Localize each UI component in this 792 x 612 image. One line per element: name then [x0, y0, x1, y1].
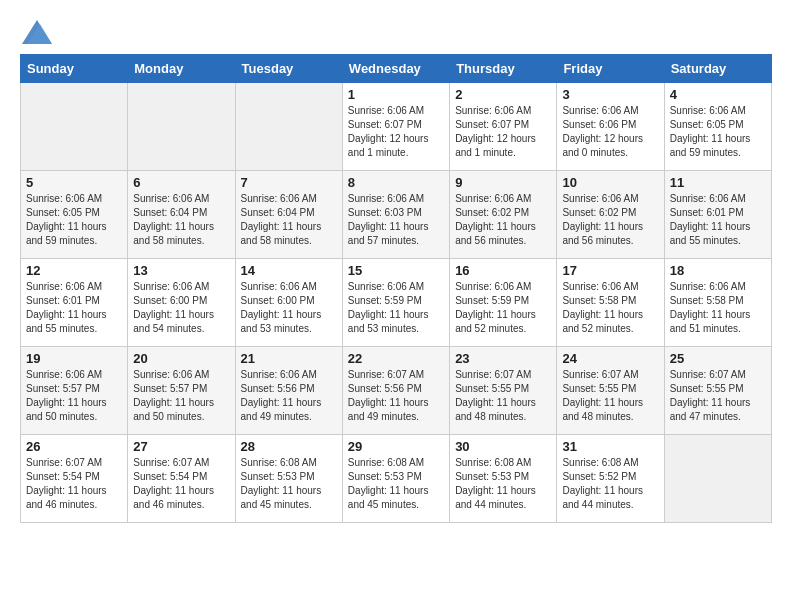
calendar-cell: [21, 83, 128, 171]
day-number: 12: [26, 263, 122, 278]
day-detail: Sunrise: 6:06 AM Sunset: 5:57 PM Dayligh…: [133, 368, 229, 424]
day-header-friday: Friday: [557, 55, 664, 83]
calendar-cell: 16Sunrise: 6:06 AM Sunset: 5:59 PM Dayli…: [450, 259, 557, 347]
day-detail: Sunrise: 6:06 AM Sunset: 5:59 PM Dayligh…: [455, 280, 551, 336]
day-number: 18: [670, 263, 766, 278]
calendar-cell: 17Sunrise: 6:06 AM Sunset: 5:58 PM Dayli…: [557, 259, 664, 347]
day-number: 26: [26, 439, 122, 454]
calendar-cell: 30Sunrise: 6:08 AM Sunset: 5:53 PM Dayli…: [450, 435, 557, 523]
day-header-wednesday: Wednesday: [342, 55, 449, 83]
calendar-cell: 6Sunrise: 6:06 AM Sunset: 6:04 PM Daylig…: [128, 171, 235, 259]
day-detail: Sunrise: 6:08 AM Sunset: 5:52 PM Dayligh…: [562, 456, 658, 512]
day-detail: Sunrise: 6:06 AM Sunset: 6:02 PM Dayligh…: [562, 192, 658, 248]
day-number: 7: [241, 175, 337, 190]
calendar-cell: [235, 83, 342, 171]
day-number: 25: [670, 351, 766, 366]
day-detail: Sunrise: 6:06 AM Sunset: 6:04 PM Dayligh…: [133, 192, 229, 248]
day-number: 28: [241, 439, 337, 454]
day-number: 19: [26, 351, 122, 366]
calendar-cell: 24Sunrise: 6:07 AM Sunset: 5:55 PM Dayli…: [557, 347, 664, 435]
day-header-sunday: Sunday: [21, 55, 128, 83]
calendar-cell: 3Sunrise: 6:06 AM Sunset: 6:06 PM Daylig…: [557, 83, 664, 171]
day-detail: Sunrise: 6:06 AM Sunset: 6:05 PM Dayligh…: [26, 192, 122, 248]
calendar-cell: 26Sunrise: 6:07 AM Sunset: 5:54 PM Dayli…: [21, 435, 128, 523]
day-detail: Sunrise: 6:06 AM Sunset: 5:59 PM Dayligh…: [348, 280, 444, 336]
calendar-cell: 7Sunrise: 6:06 AM Sunset: 6:04 PM Daylig…: [235, 171, 342, 259]
day-detail: Sunrise: 6:06 AM Sunset: 6:00 PM Dayligh…: [241, 280, 337, 336]
day-detail: Sunrise: 6:07 AM Sunset: 5:54 PM Dayligh…: [26, 456, 122, 512]
day-number: 8: [348, 175, 444, 190]
day-detail: Sunrise: 6:06 AM Sunset: 6:06 PM Dayligh…: [562, 104, 658, 160]
day-detail: Sunrise: 6:06 AM Sunset: 5:58 PM Dayligh…: [670, 280, 766, 336]
logo-icon: [22, 20, 52, 44]
calendar-cell: 18Sunrise: 6:06 AM Sunset: 5:58 PM Dayli…: [664, 259, 771, 347]
calendar-cell: 27Sunrise: 6:07 AM Sunset: 5:54 PM Dayli…: [128, 435, 235, 523]
calendar-cell: 14Sunrise: 6:06 AM Sunset: 6:00 PM Dayli…: [235, 259, 342, 347]
day-number: 14: [241, 263, 337, 278]
calendar-cell: 21Sunrise: 6:06 AM Sunset: 5:56 PM Dayli…: [235, 347, 342, 435]
calendar-cell: 23Sunrise: 6:07 AM Sunset: 5:55 PM Dayli…: [450, 347, 557, 435]
day-detail: Sunrise: 6:07 AM Sunset: 5:55 PM Dayligh…: [562, 368, 658, 424]
day-detail: Sunrise: 6:07 AM Sunset: 5:54 PM Dayligh…: [133, 456, 229, 512]
day-detail: Sunrise: 6:07 AM Sunset: 5:55 PM Dayligh…: [455, 368, 551, 424]
day-detail: Sunrise: 6:06 AM Sunset: 6:07 PM Dayligh…: [348, 104, 444, 160]
day-number: 9: [455, 175, 551, 190]
day-detail: Sunrise: 6:06 AM Sunset: 6:05 PM Dayligh…: [670, 104, 766, 160]
calendar-cell: [128, 83, 235, 171]
calendar-cell: 2Sunrise: 6:06 AM Sunset: 6:07 PM Daylig…: [450, 83, 557, 171]
day-number: 23: [455, 351, 551, 366]
day-number: 31: [562, 439, 658, 454]
day-number: 2: [455, 87, 551, 102]
calendar-cell: 10Sunrise: 6:06 AM Sunset: 6:02 PM Dayli…: [557, 171, 664, 259]
calendar-cell: [664, 435, 771, 523]
day-number: 1: [348, 87, 444, 102]
calendar-cell: 31Sunrise: 6:08 AM Sunset: 5:52 PM Dayli…: [557, 435, 664, 523]
calendar-cell: 20Sunrise: 6:06 AM Sunset: 5:57 PM Dayli…: [128, 347, 235, 435]
logo: [20, 20, 52, 44]
day-detail: Sunrise: 6:07 AM Sunset: 5:56 PM Dayligh…: [348, 368, 444, 424]
day-header-tuesday: Tuesday: [235, 55, 342, 83]
calendar-cell: 15Sunrise: 6:06 AM Sunset: 5:59 PM Dayli…: [342, 259, 449, 347]
day-detail: Sunrise: 6:08 AM Sunset: 5:53 PM Dayligh…: [455, 456, 551, 512]
day-number: 30: [455, 439, 551, 454]
day-number: 11: [670, 175, 766, 190]
day-detail: Sunrise: 6:06 AM Sunset: 5:57 PM Dayligh…: [26, 368, 122, 424]
calendar-cell: 9Sunrise: 6:06 AM Sunset: 6:02 PM Daylig…: [450, 171, 557, 259]
day-header-thursday: Thursday: [450, 55, 557, 83]
page-header: [20, 20, 772, 44]
day-detail: Sunrise: 6:06 AM Sunset: 6:03 PM Dayligh…: [348, 192, 444, 248]
calendar-cell: 1Sunrise: 6:06 AM Sunset: 6:07 PM Daylig…: [342, 83, 449, 171]
day-detail: Sunrise: 6:07 AM Sunset: 5:55 PM Dayligh…: [670, 368, 766, 424]
day-number: 27: [133, 439, 229, 454]
day-detail: Sunrise: 6:06 AM Sunset: 6:04 PM Dayligh…: [241, 192, 337, 248]
calendar-cell: 22Sunrise: 6:07 AM Sunset: 5:56 PM Dayli…: [342, 347, 449, 435]
calendar-cell: 13Sunrise: 6:06 AM Sunset: 6:00 PM Dayli…: [128, 259, 235, 347]
day-detail: Sunrise: 6:06 AM Sunset: 5:56 PM Dayligh…: [241, 368, 337, 424]
calendar-cell: 8Sunrise: 6:06 AM Sunset: 6:03 PM Daylig…: [342, 171, 449, 259]
day-detail: Sunrise: 6:06 AM Sunset: 6:01 PM Dayligh…: [26, 280, 122, 336]
day-number: 24: [562, 351, 658, 366]
day-number: 22: [348, 351, 444, 366]
day-number: 5: [26, 175, 122, 190]
day-number: 13: [133, 263, 229, 278]
day-detail: Sunrise: 6:08 AM Sunset: 5:53 PM Dayligh…: [348, 456, 444, 512]
calendar-cell: 12Sunrise: 6:06 AM Sunset: 6:01 PM Dayli…: [21, 259, 128, 347]
calendar-cell: 28Sunrise: 6:08 AM Sunset: 5:53 PM Dayli…: [235, 435, 342, 523]
calendar-cell: 19Sunrise: 6:06 AM Sunset: 5:57 PM Dayli…: [21, 347, 128, 435]
day-number: 10: [562, 175, 658, 190]
calendar-cell: 29Sunrise: 6:08 AM Sunset: 5:53 PM Dayli…: [342, 435, 449, 523]
day-detail: Sunrise: 6:06 AM Sunset: 6:07 PM Dayligh…: [455, 104, 551, 160]
calendar-cell: 11Sunrise: 6:06 AM Sunset: 6:01 PM Dayli…: [664, 171, 771, 259]
day-header-saturday: Saturday: [664, 55, 771, 83]
day-number: 20: [133, 351, 229, 366]
calendar-cell: 4Sunrise: 6:06 AM Sunset: 6:05 PM Daylig…: [664, 83, 771, 171]
day-number: 4: [670, 87, 766, 102]
day-detail: Sunrise: 6:06 AM Sunset: 5:58 PM Dayligh…: [562, 280, 658, 336]
day-detail: Sunrise: 6:06 AM Sunset: 6:00 PM Dayligh…: [133, 280, 229, 336]
day-detail: Sunrise: 6:06 AM Sunset: 6:01 PM Dayligh…: [670, 192, 766, 248]
day-number: 29: [348, 439, 444, 454]
day-number: 3: [562, 87, 658, 102]
day-number: 21: [241, 351, 337, 366]
day-detail: Sunrise: 6:08 AM Sunset: 5:53 PM Dayligh…: [241, 456, 337, 512]
calendar-cell: 25Sunrise: 6:07 AM Sunset: 5:55 PM Dayli…: [664, 347, 771, 435]
